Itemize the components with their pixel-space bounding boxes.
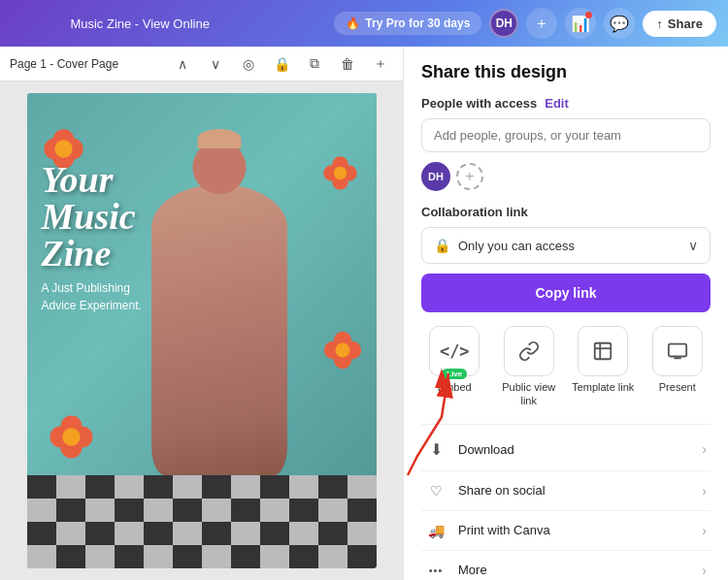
chevron-down-icon: ∨ xyxy=(688,238,698,253)
share-social-chevron-icon: › xyxy=(702,483,707,499)
main-area: Page 1 - Cover Page ∧ ∨ ◎ 🔒 ⧉ 🗑 ＋ xyxy=(0,47,728,580)
design-preview: Your Music Zine A Just Publishing Advice… xyxy=(27,93,377,568)
flower-mid-right xyxy=(318,326,367,374)
copy-link-button[interactable]: Copy link xyxy=(421,274,711,312)
download-icon: ⬇ xyxy=(425,440,447,459)
add-collaborator-button[interactable]: + xyxy=(456,163,483,190)
live-badge: Live xyxy=(442,369,467,379)
document-title: Music Zine - View Online xyxy=(0,16,326,31)
access-dropdown[interactable]: 🔒 Only you can access ∨ xyxy=(421,227,711,264)
add-button[interactable]: ＋ xyxy=(368,51,393,77)
analytics-icon-wrapper: 📊 xyxy=(565,8,596,39)
flower-bottom-left xyxy=(45,410,98,464)
present-label: Present xyxy=(659,380,696,394)
embed-option[interactable]: </> Live Embed xyxy=(421,326,488,408)
share-button[interactable]: ↑ Share xyxy=(643,11,716,37)
edit-link[interactable]: Edit xyxy=(545,96,569,111)
template-icon-box xyxy=(578,326,628,376)
page-label: Page 1 - Cover Page xyxy=(10,57,162,71)
view-button[interactable]: ◎ xyxy=(236,51,261,77)
share-social-icon: ♡ xyxy=(425,483,447,499)
share-panel: Share this design People with access Edi… xyxy=(403,47,728,580)
download-chevron-icon: › xyxy=(702,441,707,457)
canvas-content: Your Music Zine A Just Publishing Advice… xyxy=(0,81,403,580)
share-icon: ↑ xyxy=(656,16,663,31)
avatar-row: DH + xyxy=(421,162,711,191)
svg-point-19 xyxy=(62,428,80,445)
template-link-option[interactable]: Template link xyxy=(570,326,637,408)
svg-point-9 xyxy=(333,167,347,180)
panel-title: Share this design xyxy=(421,62,711,82)
template-icon xyxy=(592,340,613,362)
menu-items: ⬇ Download › ♡ Share on social › 🚚 Print… xyxy=(421,424,711,580)
public-view-icon-box xyxy=(504,326,554,376)
present-icon-box xyxy=(652,326,703,376)
try-pro-button[interactable]: 🔥 Try Pro for 30 days xyxy=(334,12,481,35)
canvas-toolbar: Page 1 - Cover Page ∧ ∨ ◎ 🔒 ⧉ 🗑 ＋ xyxy=(0,47,403,81)
public-view-label: Public view link xyxy=(496,380,563,408)
link-icon xyxy=(518,340,540,362)
collab-label: Collaboration link xyxy=(421,205,711,219)
poster-title-line2: Music xyxy=(42,198,142,235)
embed-icon-box: </> Live xyxy=(429,326,480,376)
more-menu-item[interactable]: ••• More › xyxy=(421,551,711,580)
template-link-label: Template link xyxy=(572,380,634,394)
share-social-label: Share on social xyxy=(458,483,690,498)
flower-top-right xyxy=(318,151,362,195)
print-menu-item[interactable]: 🚚 Print with Canva › xyxy=(421,511,711,551)
chevron-down-button[interactable]: ∨ xyxy=(203,51,228,77)
download-menu-item[interactable]: ⬇ Download › xyxy=(421,429,711,471)
poster-title-line1: Your xyxy=(42,161,142,198)
lock-button[interactable]: 🔒 xyxy=(269,51,294,77)
print-icon: 🚚 xyxy=(425,523,447,538)
topbar: Music Zine - View Online 🔥 Try Pro for 3… xyxy=(0,0,728,47)
download-label: Download xyxy=(458,442,690,457)
public-view-option[interactable]: Public view link xyxy=(496,326,563,408)
poster-title-line3: Zine xyxy=(42,235,142,272)
chevron-up-button[interactable]: ∧ xyxy=(170,51,195,77)
print-label: Print with Canva xyxy=(458,523,690,537)
checkered-floor xyxy=(27,475,377,568)
svg-point-14 xyxy=(335,343,349,358)
user-avatar[interactable]: DH xyxy=(489,9,518,38)
chat-button[interactable]: 💬 xyxy=(604,8,635,39)
poster-text: Your Music Zine A Just Publishing Advice… xyxy=(42,161,142,314)
access-option-text: Only you can access xyxy=(458,239,680,253)
more-icon: ••• xyxy=(425,564,447,576)
present-icon xyxy=(667,340,688,362)
svg-rect-20 xyxy=(595,343,612,360)
poster-subtitle: A Just Publishing Advice Experiment. xyxy=(42,279,142,314)
more-chevron-icon: › xyxy=(702,563,707,578)
collab-section: Collaboration link 🔒 Only you can access… xyxy=(421,205,711,264)
add-people-input[interactable] xyxy=(421,118,711,152)
embed-label: Embed xyxy=(438,380,472,394)
plus-button[interactable]: ＋ xyxy=(526,8,557,39)
more-label: More xyxy=(458,563,690,577)
svg-point-4 xyxy=(54,140,72,157)
fire-icon: 🔥 xyxy=(346,16,360,30)
print-chevron-icon: › xyxy=(702,523,707,538)
canvas-area: Page 1 - Cover Page ∧ ∨ ◎ 🔒 ⧉ 🗑 ＋ xyxy=(0,47,403,580)
share-options-row: </> Live Embed Public view link xyxy=(421,326,711,408)
delete-button[interactable]: 🗑 xyxy=(335,51,360,77)
present-option[interactable]: Present xyxy=(645,326,711,408)
lock-icon: 🔒 xyxy=(434,238,450,253)
copy-button[interactable]: ⧉ xyxy=(302,51,327,77)
user-avatar-panel: DH xyxy=(421,162,450,191)
people-section: People with access Edit xyxy=(421,96,711,111)
share-social-menu-item[interactable]: ♡ Share on social › xyxy=(421,471,711,511)
svg-rect-23 xyxy=(669,344,686,357)
